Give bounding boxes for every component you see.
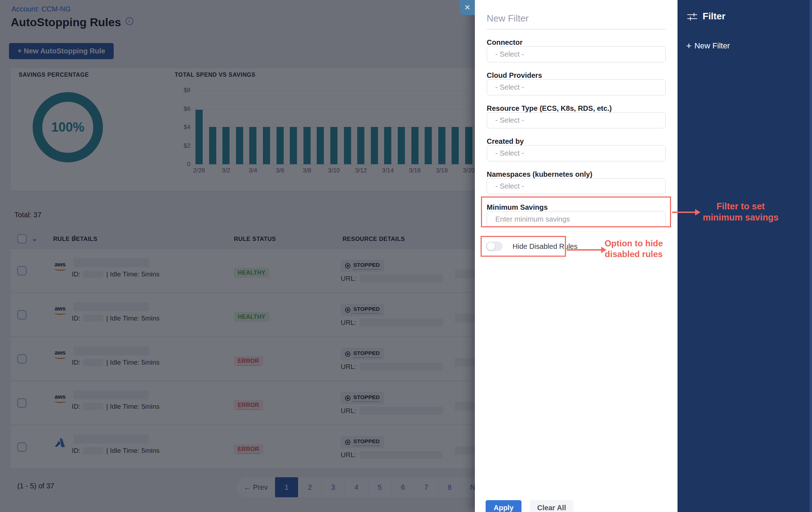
select-dropdown[interactable]: - Select - — [487, 145, 666, 161]
filter-field: Connector- Select - — [487, 38, 666, 62]
select-dropdown[interactable]: - Select - — [487, 79, 666, 95]
filter-panel-title: Filter — [703, 11, 726, 22]
filter-panel-header: Filter — [687, 11, 726, 22]
filter-side-panel: Filter + New Filter — [678, 0, 812, 512]
select-placeholder: - Select - — [495, 50, 524, 58]
hide-disabled-rules-row: Hide Disabled Rules — [487, 236, 666, 256]
autostopping-rules-page: Account: CCM-NG AutoStopping Rules i + N… — [0, 0, 812, 512]
filter-name-input[interactable] — [487, 14, 666, 29]
filter-field: Resource Type (ECS, K8s, RDS, etc.)- Sel… — [487, 104, 666, 128]
minimum-savings-label: Minimum Savings — [487, 203, 666, 211]
filter-sliders-icon — [687, 12, 698, 21]
drawer-divider — [487, 232, 666, 232]
select-placeholder: - Select - — [495, 116, 524, 124]
hide-disabled-rules-label: Hide Disabled Rules — [513, 242, 577, 251]
new-filter-button[interactable]: + New Filter — [686, 40, 730, 51]
drawer-footer: Apply Clear All — [486, 500, 573, 512]
filter-field: Cloud Providers- Select - — [487, 71, 666, 95]
close-icon[interactable]: ✕ — [460, 0, 475, 15]
filter-field: Namespaces (kubernetes only)- Select - — [487, 170, 666, 194]
filter-field-label: Created by — [487, 137, 666, 145]
plus-icon: + — [686, 40, 691, 51]
filter-field-label: Namespaces (kubernetes only) — [487, 170, 666, 178]
select-dropdown[interactable]: - Select - — [487, 178, 666, 194]
minimum-savings-field: Minimum Savings — [487, 203, 666, 227]
select-dropdown[interactable]: - Select - — [487, 112, 666, 128]
filter-drawer: ✕ Connector- Select -Cloud Providers- Se… — [475, 0, 678, 512]
new-filter-button-label: New Filter — [694, 41, 730, 51]
filter-field-label: Cloud Providers — [487, 71, 666, 79]
select-placeholder: - Select - — [495, 83, 524, 91]
minimum-savings-input[interactable] — [487, 211, 666, 227]
filter-field: Created by- Select - — [487, 137, 666, 161]
toggle-knob — [487, 242, 495, 250]
filter-field-label: Resource Type (ECS, K8s, RDS, etc.) — [487, 104, 666, 112]
filter-drawer-content: Connector- Select -Cloud Providers- Sele… — [475, 14, 678, 512]
select-dropdown[interactable]: - Select - — [487, 46, 666, 62]
select-placeholder: - Select - — [495, 182, 524, 190]
apply-button[interactable]: Apply — [486, 500, 521, 512]
hide-disabled-rules-toggle[interactable] — [486, 242, 502, 251]
panel-scrollbar[interactable] — [809, 0, 812, 512]
filter-select-fields: Connector- Select -Cloud Providers- Sele… — [487, 38, 666, 194]
select-placeholder: - Select - — [495, 149, 524, 157]
clear-all-button[interactable]: Clear All — [530, 500, 573, 512]
filter-field-label: Connector — [487, 38, 666, 46]
